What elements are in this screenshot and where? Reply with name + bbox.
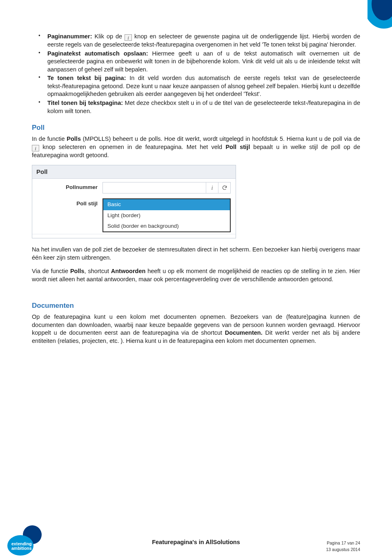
- info-icon: i: [125, 34, 132, 41]
- page-footer: Featurepagina's in AllSolutions Pagina 1…: [0, 538, 392, 547]
- bullet-te-tonen-tekst: Te tonen tekst bij pagina: In dit veld w…: [47, 74, 360, 98]
- bullet-label: Titel tonen bij tekstpagina:: [47, 100, 123, 106]
- bullet-paginatekst-opslaan: Paginatekst automatisch opslaan: Hiermee…: [47, 50, 360, 74]
- text-bold: Polls: [70, 268, 85, 274]
- pollnummer-input[interactable]: [103, 182, 206, 193]
- dropdown-option-selected[interactable]: Basic: [103, 199, 230, 210]
- text-bold: Documenten.: [225, 329, 263, 336]
- info-icon: i: [32, 145, 39, 151]
- page-content: Paginanummer: Klik op de i knop en selec…: [0, 0, 392, 345]
- bullet-label: Te tonen tekst bij pagina:: [47, 75, 126, 81]
- bullet-paginanummer: Paginanummer: Klik op de i knop en selec…: [47, 33, 360, 49]
- poll-after-paragraph-1: Na het invullen van de poll ziet de bezo…: [32, 246, 360, 262]
- brand-logo: extending ambitions: [7, 525, 44, 554]
- info-icon-button[interactable]: i: [206, 182, 218, 193]
- poll-row-pollnummer: Pollnummer i: [32, 179, 236, 195]
- section-heading-poll: Poll: [32, 123, 360, 133]
- pollstijl-dropdown[interactable]: Basic Light (border) Solid (border en ba…: [102, 198, 231, 232]
- footer-date: 13 augustus 2014: [326, 547, 361, 552]
- section-heading-documenten: Documenten: [32, 301, 360, 311]
- bullet-list: Paginanummer: Klik op de i knop en selec…: [32, 33, 360, 115]
- text-fragment: Via de functie: [32, 268, 70, 274]
- logo-line2: ambitions: [11, 546, 32, 551]
- poll-panel-screenshot: Poll Pollnummer i Poll stijl Basic Light…: [32, 165, 236, 238]
- text-fragment: In de functie: [32, 136, 67, 142]
- dropdown-option[interactable]: Solid (border en background): [103, 221, 230, 231]
- poll-panel-title: Poll: [32, 165, 236, 179]
- poll-after-paragraph-2: Via de functie Polls, shortcut Antwoorde…: [32, 267, 360, 283]
- text-bold: Poll stijl: [225, 144, 250, 150]
- field-label-pollstijl: Poll stijl: [37, 198, 102, 207]
- text-bold: Antwoorden: [111, 268, 146, 274]
- footer-title: Featurepagina's in AllSolutions: [152, 538, 240, 547]
- field-label-pollnummer: Pollnummer: [37, 182, 102, 191]
- poll-panel-footer-strip: [32, 234, 236, 238]
- bullet-text-pre: Klik op de: [92, 33, 125, 40]
- logo-text: extending ambitions: [11, 542, 32, 550]
- dropdown-option[interactable]: Light (border): [103, 210, 230, 221]
- footer-page-number: Pagina 17 van 24: [327, 540, 360, 546]
- bullet-label: Paginatekst automatisch opslaan:: [47, 50, 148, 57]
- refresh-icon: [222, 185, 227, 191]
- text-fragment: knop selecteren en opnemen in de feature…: [39, 144, 225, 150]
- pollnummer-input-group: i: [102, 182, 231, 193]
- text-fragment: (MPOLLS) beheert u de polls. Hoe dit wer…: [81, 136, 360, 142]
- decorative-corner: [368, 0, 392, 29]
- documenten-paragraph: Op de featurepagina kunt u een kolom met…: [32, 313, 360, 345]
- poll-intro-paragraph: In de functie Polls (MPOLLS) beheert u d…: [32, 135, 360, 159]
- bullet-titel-tonen: Titel tonen bij tekstpagina: Met deze ch…: [47, 99, 360, 115]
- text-fragment: , shortcut: [85, 268, 111, 274]
- refresh-icon-button[interactable]: [218, 182, 230, 193]
- text-bold: Polls: [67, 136, 81, 142]
- bullet-label: Paginanummer:: [47, 33, 92, 40]
- poll-row-pollstijl: Poll stijl Basic Light (border) Solid (b…: [32, 195, 236, 234]
